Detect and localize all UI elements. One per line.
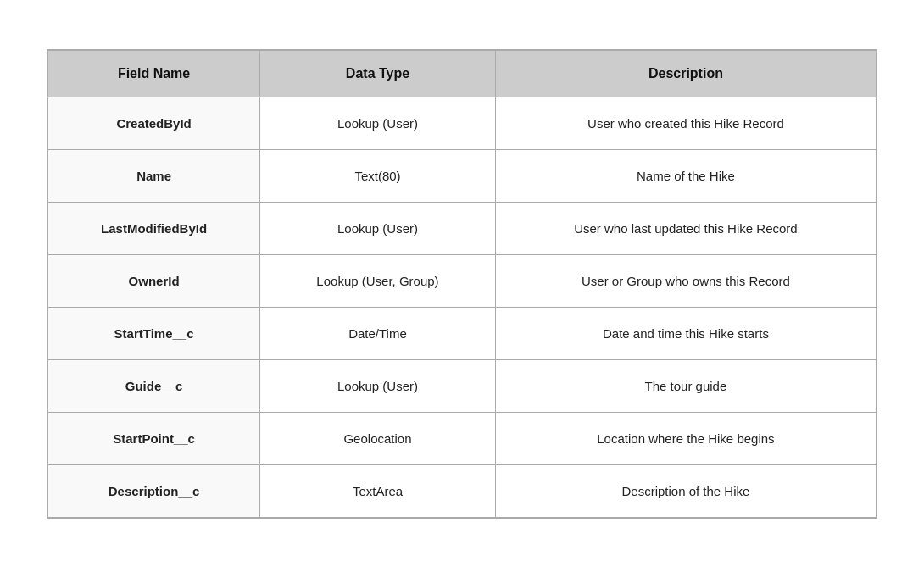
table-row: CreatedById Lookup (User) User who creat… xyxy=(48,97,877,149)
table-row: OwnerId Lookup (User, Group) User or Gro… xyxy=(48,254,877,307)
data-type-cell: Geolocation xyxy=(260,412,496,464)
data-type-cell: TextArea xyxy=(260,464,496,517)
description-cell: The tour guide xyxy=(495,359,876,412)
field-name-cell: Guide__c xyxy=(48,359,260,412)
description-header: Description xyxy=(495,50,876,97)
data-type-cell: Text(80) xyxy=(260,149,496,202)
table-row: LastModifiedById Lookup (User) User who … xyxy=(48,202,877,254)
field-name-cell: CreatedById xyxy=(48,97,260,149)
description-cell: User who created this Hike Record xyxy=(495,97,876,149)
table-header: Field Name Data Type Description xyxy=(48,50,877,97)
field-name-cell: LastModifiedById xyxy=(48,202,260,254)
data-type-cell: Lookup (User, Group) xyxy=(260,254,496,307)
field-name-header: Field Name xyxy=(48,50,260,97)
description-cell: Date and time this Hike starts xyxy=(495,307,876,359)
description-cell: User or Group who owns this Record xyxy=(495,254,876,307)
table-row: Name Text(80) Name of the Hike xyxy=(48,149,877,202)
table-row: StartPoint__c Geolocation Location where… xyxy=(48,412,877,464)
field-name-cell: StartTime__c xyxy=(48,307,260,359)
data-type-cell: Lookup (User) xyxy=(260,202,496,254)
main-table-wrapper: Field Name Data Type Description Created… xyxy=(47,49,877,519)
data-type-cell: Date/Time xyxy=(260,307,496,359)
description-cell: User who last updated this Hike Record xyxy=(495,202,876,254)
field-name-cell: StartPoint__c xyxy=(48,412,260,464)
description-cell: Description of the Hike xyxy=(495,464,876,517)
table-row: Guide__c Lookup (User) The tour guide xyxy=(48,359,877,412)
data-type-header: Data Type xyxy=(260,50,496,97)
data-type-cell: Lookup (User) xyxy=(260,97,496,149)
data-type-cell: Lookup (User) xyxy=(260,359,496,412)
table-row: StartTime__c Date/Time Date and time thi… xyxy=(48,307,877,359)
table-body: CreatedById Lookup (User) User who creat… xyxy=(48,97,877,517)
description-cell: Location where the Hike begins xyxy=(495,412,876,464)
header-row: Field Name Data Type Description xyxy=(48,50,877,97)
field-name-cell: OwnerId xyxy=(48,254,260,307)
table-row: Description__c TextArea Description of t… xyxy=(48,464,877,517)
field-name-cell: Description__c xyxy=(48,464,260,517)
hike-fields-table: Field Name Data Type Description Created… xyxy=(47,50,877,518)
field-name-cell: Name xyxy=(48,149,260,202)
description-cell: Name of the Hike xyxy=(495,149,876,202)
